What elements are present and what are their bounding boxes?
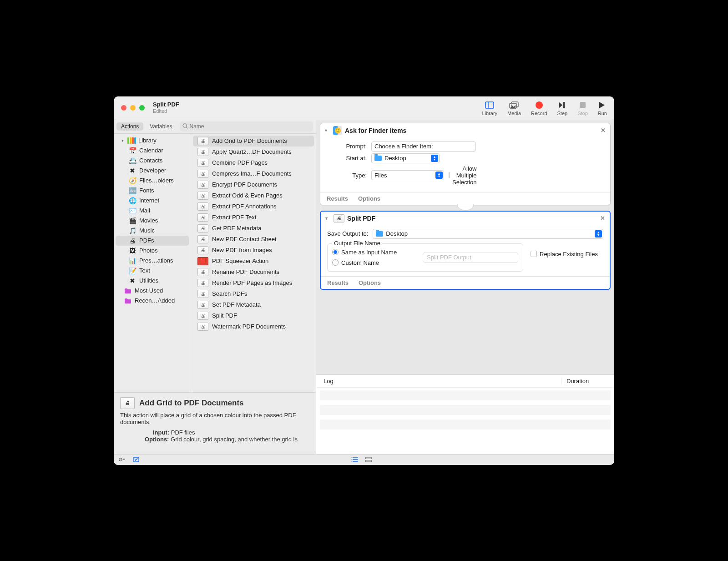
library-item[interactable]: 🎬Movies [116, 216, 189, 226]
folder-icon [374, 156, 382, 161]
library-item[interactable]: 📅Calendar [116, 146, 189, 156]
workflow-canvas[interactable]: ▾ 🙂 Ask for Finder Items ✕ Prompt: Choos… [316, 120, 614, 374]
prompt-input[interactable]: Choose a Finder Item: [371, 142, 476, 152]
tab-variables[interactable]: Variables [145, 122, 177, 131]
zoom-window-button[interactable] [139, 105, 145, 111]
toolbar-record-button[interactable]: Record [531, 100, 547, 116]
action-list-item[interactable]: 🖨Split PDF [193, 310, 314, 321]
toolbar-media-button[interactable]: Media [507, 100, 521, 116]
library-item[interactable]: ✖︎Utilities [116, 276, 189, 286]
step1-header[interactable]: ▾ 🙂 Ask for Finder Items ✕ [320, 123, 610, 138]
type-select[interactable]: Files ▲▼ [371, 170, 444, 180]
library-item[interactable]: ✉️Mail [116, 206, 189, 216]
action-list-item[interactable]: 🖨Search PDFs [193, 288, 314, 299]
action-description-panel: 🖨 Add Grid to PDF Documents This action … [114, 393, 316, 454]
library-item[interactable]: 📝Text [116, 266, 189, 276]
close-icon[interactable]: ✕ [601, 127, 606, 134]
step2-header[interactable]: ▾ 🖨 Split PDF ✕ [321, 212, 610, 225]
replace-existing-checkbox[interactable]: Replace Existing Files [531, 251, 603, 258]
action-list-item[interactable]: 🖨Encrypt PDF Documents [193, 179, 314, 190]
library-item[interactable]: 📇Contacts [116, 156, 189, 166]
document-status: Edited [153, 108, 179, 114]
description-options-line: Options: Grid colour, grid spacing, and … [120, 436, 309, 443]
toolbar-step-button[interactable]: Step [557, 100, 568, 116]
radio-custom-name[interactable]: Custom Name [332, 259, 397, 266]
library-item[interactable]: ✖︎Developer [116, 166, 189, 176]
library-item[interactable]: 🔤Fonts [116, 186, 189, 196]
library-item[interactable]: 🖼Photos [116, 246, 189, 256]
action-list-item[interactable]: 🖨New PDF from Images [193, 245, 314, 256]
list-view-icon[interactable] [351, 456, 359, 463]
action-list-item[interactable]: 🖨Apply Quartz…DF Documents [193, 147, 314, 157]
category-icon: 🌐 [128, 197, 136, 204]
minimize-window-button[interactable] [130, 105, 136, 111]
log-column-log[interactable]: Log [324, 378, 561, 384]
step2-options-tab[interactable]: Options [359, 279, 381, 286]
step1-results-tab[interactable]: Results [327, 195, 348, 202]
action-list-item[interactable]: 🖨Rename PDF Documents [193, 267, 314, 278]
workflow-options-icon[interactable] [118, 456, 126, 463]
action-list-item[interactable]: 🖨Extract Odd & Even Pages [193, 190, 314, 201]
save-output-select[interactable]: Desktop ▲▼ [373, 229, 603, 239]
tab-actions[interactable]: Actions [116, 122, 143, 131]
action-list-item[interactable]: 🖨Watermark PDF Documents [193, 321, 314, 332]
main-content: Actions Variables ▾ [114, 120, 614, 454]
library-item[interactable]: 🧭Files…olders [116, 176, 189, 186]
action-item-label: Watermark PDF Documents [212, 323, 286, 330]
workflow-step-split-pdf[interactable]: ▾ 🖨 Split PDF ✕ Save Output to: Desktop … [320, 211, 611, 290]
step2-results-tab[interactable]: Results [327, 279, 349, 286]
radio-same-input[interactable]: Same as Input Name [332, 249, 397, 256]
chevron-down-icon[interactable]: ▾ [325, 216, 331, 221]
library-smart-folder[interactable]: Recen…Added [116, 296, 189, 306]
description-options-label: Options: [145, 436, 169, 443]
toolbar-library-button[interactable]: Library [482, 100, 497, 116]
description-options-value: Grid colour, grid spacing, and whether t… [171, 436, 298, 443]
chevron-down-icon[interactable]: ▾ [325, 128, 330, 133]
action-list-item[interactable]: 🖨Extract PDF Annotations [193, 201, 314, 212]
library-smart-folder[interactable]: Most Used [116, 286, 189, 296]
action-list-item[interactable]: 🖨Extract PDF Text [193, 212, 314, 223]
library-root[interactable]: ▾ Library [116, 136, 189, 146]
library-item[interactable]: 🌐Internet [116, 196, 189, 206]
action-search-field[interactable] [180, 121, 313, 131]
step2-footer: Results Options [321, 276, 610, 289]
variables-toggle-icon[interactable] [132, 456, 140, 463]
library-item[interactable]: 🎵Music [116, 226, 189, 236]
library-item-label: Pres…ations [139, 257, 173, 264]
svg-point-18 [352, 461, 353, 462]
library-item[interactable]: 🖨PDFs [116, 236, 189, 246]
action-list-item[interactable]: 🖨Add Grid to PDF Documents [193, 136, 314, 147]
close-window-button[interactable] [121, 105, 126, 111]
action-list-item[interactable]: 🖨Render PDF Pages as Images [193, 278, 314, 288]
library-item-label: Photos [139, 247, 157, 254]
action-list-item[interactable]: 🖨Set PDF Metadata [193, 299, 314, 310]
action-list-item[interactable]: 🖨Get PDF Metadata [193, 223, 314, 234]
toolbar-run-button[interactable]: Run [598, 100, 607, 116]
action-item-label: New PDF from Images [212, 247, 272, 253]
svg-rect-0 [485, 102, 494, 108]
action-list-item[interactable]: 🖨Compress Ima…F Documents [193, 168, 314, 179]
stop-icon [580, 100, 586, 110]
action-search-input[interactable] [190, 123, 311, 130]
action-list-item[interactable]: 🖨Combine PDF Pages [193, 157, 314, 168]
log-column-duration[interactable]: Duration [561, 378, 607, 384]
custom-name-placeholder: Split PDF Output [427, 254, 471, 261]
library-tree[interactable]: ▾ Library 📅Calendar📇Contacts✖︎Developer🧭… [114, 134, 191, 392]
toolbar-stop-button[interactable]: Stop [577, 100, 588, 116]
action-type-icon: 🖨 [197, 170, 208, 178]
workflow-step-ask-finder[interactable]: ▾ 🙂 Ask for Finder Items ✕ Prompt: Choos… [320, 123, 611, 205]
startat-select[interactable]: Desktop ▲▼ [371, 153, 440, 163]
action-list-item[interactable]: 🟥PDF Squeezer Action [193, 256, 314, 267]
flow-view-icon[interactable] [364, 456, 373, 463]
library-item[interactable]: 📊Pres…ations [116, 256, 189, 266]
close-icon[interactable]: ✕ [600, 215, 605, 222]
allow-multiple-checkbox[interactable]: Allow Multiple Selection [449, 165, 476, 186]
action-item-label: Search PDFs [212, 290, 247, 297]
category-icon: 🧭 [128, 177, 136, 184]
category-icon: 📅 [128, 147, 136, 154]
library-item-label: Contacts [139, 157, 162, 164]
actions-list[interactable]: 🖨Add Grid to PDF Documents🖨Apply Quartz…… [191, 134, 316, 392]
action-list-item[interactable]: 🖨New PDF Contact Sheet [193, 234, 314, 245]
category-icon: 🖨 [128, 237, 136, 244]
step1-options-tab[interactable]: Options [358, 195, 380, 202]
